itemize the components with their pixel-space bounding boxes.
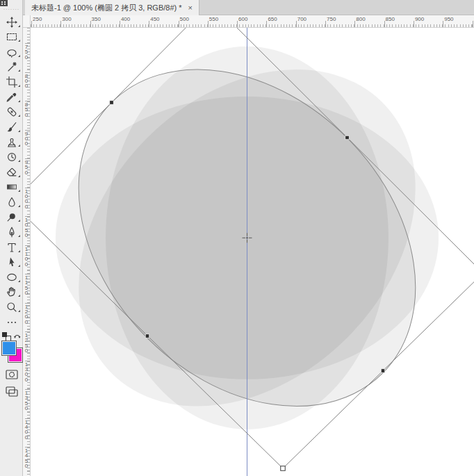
- ruler-label: 600: [238, 16, 247, 22]
- brush-icon: [6, 122, 17, 133]
- ruler-label: 350: [92, 16, 101, 22]
- ellipse-icon: [6, 272, 17, 283]
- ruler-tick: [266, 21, 267, 28]
- tool-brush[interactable]: [0, 120, 23, 135]
- tool-rectangular-marquee[interactable]: [0, 30, 23, 45]
- ruler-label: 900: [24, 131, 29, 147]
- ruler-label: 650: [268, 16, 277, 22]
- ruler-label: 1350: [24, 391, 29, 411]
- clone-stamp-icon: [6, 137, 17, 148]
- ruler-label: 900: [415, 16, 424, 22]
- tool-magic-wand[interactable]: [0, 60, 23, 75]
- move-icon: [6, 17, 17, 28]
- screen-mode-icon: [6, 386, 18, 397]
- ruler-tick: [149, 21, 149, 28]
- tool-zoom[interactable]: [0, 299, 23, 315]
- ruler-label: 400: [121, 16, 130, 22]
- document-tab[interactable]: 未标题-1 @ 100% (椭圆 2 拷贝 3, RGB/8#) * ×: [25, 0, 199, 15]
- tool-dodge[interactable]: [0, 210, 23, 225]
- tool-edit-toolbar[interactable]: [0, 315, 23, 330]
- default-colors-icon[interactable]: [2, 332, 10, 340]
- vertical-ruler[interactable]: 7508008509009501000105011001150120012501…: [23, 28, 31, 476]
- ruler-label: 550: [209, 16, 218, 22]
- ruler-tick: [325, 21, 326, 28]
- transform-handle-mid-2[interactable]: [145, 334, 149, 338]
- ruler-label: 500: [180, 16, 189, 22]
- crop-icon: [6, 76, 17, 88]
- eyedropper-icon: [6, 92, 17, 103]
- tab-close-icon[interactable]: ×: [188, 4, 193, 12]
- path-selection-icon: [6, 256, 17, 268]
- screen-mode-button[interactable]: [0, 384, 23, 399]
- marquee-icon: [6, 31, 17, 42]
- ruler-label: 700: [297, 16, 307, 22]
- tool-pen[interactable]: [0, 224, 23, 240]
- ruler-corner: [23, 15, 31, 28]
- quick-mask-icon: [6, 370, 18, 379]
- ruler-label: 750: [327, 16, 336, 22]
- swap-colors-icon[interactable]: [13, 331, 22, 340]
- tool-crop[interactable]: [0, 74, 23, 90]
- tool-clone-stamp[interactable]: [0, 135, 23, 150]
- ruler-label: 1300: [24, 362, 29, 383]
- transform-handle-corner-bottom[interactable]: [281, 466, 286, 471]
- ruler-tick: [414, 21, 414, 28]
- ruler-tick: [179, 21, 179, 28]
- tool-eraser[interactable]: [0, 165, 23, 180]
- ruler-tick: [60, 21, 61, 28]
- transform-handle-mid-1[interactable]: [345, 136, 350, 140]
- canvas-viewport[interactable]: [31, 28, 474, 476]
- healing-brush-icon: [6, 106, 17, 117]
- ruler-label: 1050: [24, 218, 29, 238]
- eraser-icon: [6, 167, 17, 178]
- ruler-label: 850: [24, 102, 29, 117]
- ruler-label: 1200: [24, 304, 29, 325]
- ruler-label: 1250: [24, 333, 29, 354]
- ruler-tick: [384, 21, 385, 28]
- history-brush-icon: [6, 151, 17, 163]
- tool-horizontal-type[interactable]: [0, 240, 23, 255]
- ruler-label: 300: [62, 16, 71, 22]
- lasso-icon: [6, 47, 17, 58]
- ruler-label: 950: [24, 160, 29, 175]
- ruler-label: 750: [24, 44, 29, 60]
- tool-path-selection[interactable]: [0, 255, 23, 270]
- magic-wand-icon: [6, 62, 17, 73]
- tool-blur[interactable]: [0, 195, 23, 210]
- ruler-label: 850: [386, 16, 395, 22]
- ruler-label: 1100: [24, 247, 29, 268]
- transform-handle-mid-3[interactable]: [381, 369, 385, 373]
- horizontal-ruler[interactable]: 2503003504004505005506006507007508008509…: [31, 15, 474, 28]
- ruler-tick: [354, 21, 355, 28]
- tool-gradient[interactable]: [0, 180, 23, 195]
- gradient-icon: [6, 181, 17, 192]
- tool-eyedropper[interactable]: [0, 90, 23, 105]
- ruler-label: 800: [24, 74, 29, 89]
- tool-ellipse-shape[interactable]: [0, 270, 23, 285]
- ruler-tick: [296, 21, 297, 28]
- toolbox-panel: ·······: [0, 0, 23, 476]
- toolbox-grip[interactable]: ·······: [0, 7, 23, 13]
- document-canvas[interactable]: [31, 28, 474, 476]
- document-tab-bar: 未标题-1 @ 100% (椭圆 2 拷贝 3, RGB/8#) * ×: [23, 0, 474, 15]
- panel-collapse-icon[interactable]: [0, 0, 8, 6]
- ruler-tick: [237, 21, 238, 28]
- tool-lasso[interactable]: [0, 44, 23, 60]
- tool-hand[interactable]: [0, 285, 23, 300]
- pen-icon: [6, 227, 17, 238]
- ruler-tick: [90, 21, 91, 28]
- ruler-label: 250: [33, 16, 42, 22]
- tool-history-brush[interactable]: [0, 149, 23, 165]
- ruler-tick: [120, 21, 120, 28]
- dodge-icon: [6, 212, 17, 223]
- ruler-label: 950: [444, 16, 453, 22]
- tool-spot-healing-brush[interactable]: [0, 105, 23, 120]
- ruler-tick: [208, 21, 209, 28]
- foreground-color-swatch[interactable]: [1, 340, 17, 356]
- ruler-tick: [473, 21, 473, 28]
- transform-handle-mid-0[interactable]: [110, 101, 114, 105]
- zoom-icon: [6, 302, 17, 313]
- ruler-label: 450: [150, 16, 159, 22]
- tool-move[interactable]: [0, 15, 23, 30]
- quick-mask-button[interactable]: [0, 367, 23, 382]
